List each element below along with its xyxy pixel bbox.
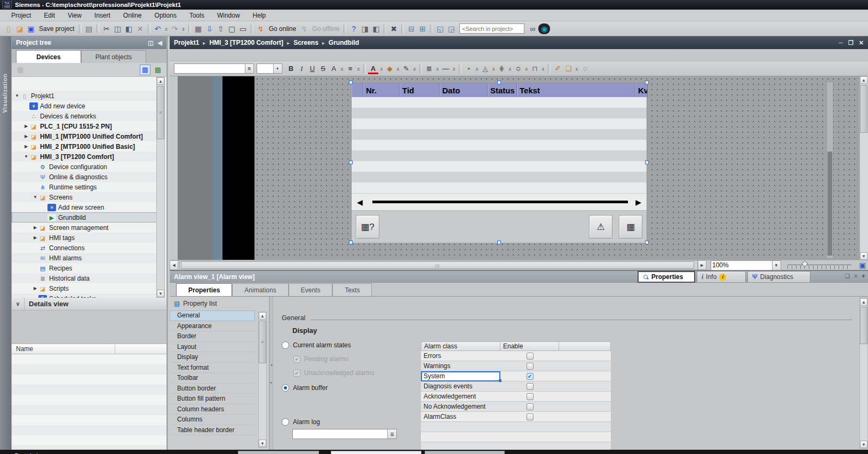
strikethrough-icon[interactable]: S: [318, 63, 328, 74]
tree-item[interactable]: ▼ ▯ Projekt1: [12, 91, 158, 101]
alarm-class-row[interactable]: [421, 422, 611, 432]
expander-icon[interactable]: ▶: [23, 124, 29, 129]
close-editor-button[interactable]: ✕: [859, 39, 864, 46]
tree-item[interactable]: ≣ Historical data: [12, 273, 158, 283]
unacknowledged-alarms-checkbox[interactable]: [293, 370, 300, 377]
breadcrumb-item[interactable]: HMI_3 [TP1200 Comfort]: [199, 39, 283, 46]
download-to-device-icon[interactable]: ⇩: [204, 23, 215, 34]
alarm-class-name[interactable]: Diagnosis events: [421, 381, 500, 392]
search-input[interactable]: [459, 23, 524, 34]
expander-icon[interactable]: ▶: [32, 225, 38, 230]
pin-panel-icon[interactable]: ◫: [148, 39, 153, 46]
tab-info[interactable]: i Info i: [697, 271, 746, 283]
property-list-scrollbar[interactable]: ▲ ≡ ▼: [258, 312, 267, 448]
line-style-icon[interactable]: ≣: [424, 63, 434, 74]
tab-texts[interactable]: Texts: [332, 283, 372, 296]
scroll-down-icon[interactable]: ▼: [860, 252, 867, 260]
tab-properties[interactable]: Properties: [176, 283, 232, 296]
scroll-left-icon[interactable]: ◀: [357, 198, 363, 206]
sort-icon[interactable]: ▦: [15, 65, 26, 75]
enable-checkbox[interactable]: [527, 353, 533, 360]
alarm-log-field[interactable]: ≣: [292, 429, 397, 439]
acknowledge-alarm-button[interactable]: ⚠: [589, 215, 612, 238]
tree-item[interactable]: ▶ ◪ PLC_1 [CPU 1515-2 PN]: [12, 121, 158, 131]
alarm-class-row[interactable]: System: [421, 371, 611, 381]
alarm-class-row[interactable]: Errors: [421, 351, 611, 361]
enable-checkbox[interactable]: [527, 383, 533, 390]
alarm-log-input[interactable]: [293, 429, 387, 439]
alarm-buffer-radio[interactable]: [282, 384, 289, 392]
delete-icon[interactable]: ✕: [135, 23, 146, 34]
print-icon[interactable]: ▤: [84, 23, 94, 34]
breadcrumb-item[interactable]: Projekt1: [174, 39, 199, 46]
chevron-down-icon[interactable]: ▾: [273, 64, 281, 73]
scroll-up-icon[interactable]: ▲: [860, 76, 867, 84]
menu-view[interactable]: View: [62, 11, 87, 20]
stop-sim-window-icon[interactable]: ◧: [371, 23, 381, 34]
scroll-right-icon[interactable]: ▶: [635, 198, 641, 206]
scroll-down-icon[interactable]: ▼: [157, 290, 164, 297]
property-list-item[interactable]: Button fill pattern: [170, 394, 255, 404]
breadcrumb-item[interactable]: Screens: [283, 39, 318, 46]
alarm-class-row[interactable]: Warnings: [421, 361, 611, 371]
selection-handle[interactable]: [497, 241, 501, 244]
tree-item[interactable]: ✶ Add new screen: [12, 202, 158, 212]
property-list-item[interactable]: Layout: [170, 342, 255, 353]
enable-checkbox[interactable]: [527, 363, 533, 370]
alarm-class-name[interactable]: [421, 442, 500, 450]
alarm-class-name[interactable]: Errors: [421, 351, 500, 361]
tree-item[interactable]: Ψ Online & diagnostics: [12, 172, 158, 182]
pen-color-dropdown-icon[interactable]: ±: [412, 63, 417, 74]
pen-color-icon[interactable]: ✎: [401, 63, 411, 74]
line-style-dropdown-icon[interactable]: ±: [435, 63, 440, 74]
tree-item[interactable]: ⚙ Device configuration: [12, 162, 158, 172]
screen-canvas[interactable]: Nr.TidDatoStatusTekstKvitt ◀ ▶ ▦?⚠▦: [170, 76, 868, 260]
undo-icon[interactable]: ↶: [153, 23, 163, 34]
scroll-up-icon[interactable]: ▲: [860, 298, 867, 306]
property-list-item[interactable]: General: [170, 310, 255, 321]
layer-icon[interactable]: ❏: [563, 63, 574, 74]
panel-splitter[interactable]: ◂▸: [269, 297, 273, 450]
float-panel-icon[interactable]: ❏: [845, 273, 850, 280]
selection-handle[interactable]: [349, 81, 353, 84]
open-project-icon[interactable]: ◪: [14, 23, 25, 34]
collapse-panel-icon[interactable]: ▾: [862, 273, 865, 280]
tree-item[interactable]: ⇄ Connections: [12, 243, 158, 253]
tree-item[interactable]: ▼ ◪ HMI_3 [TP1200 Comfort]: [12, 152, 158, 162]
alarm-class-row[interactable]: AlarmClass: [421, 412, 611, 422]
compile-icon[interactable]: ▦: [193, 23, 204, 34]
split-editor-horizontal-icon[interactable]: ⊟: [406, 23, 417, 34]
menu-window[interactable]: Window: [211, 11, 246, 20]
selection-handle[interactable]: [497, 81, 501, 84]
underline-icon[interactable]: U: [307, 63, 317, 74]
selection-handle[interactable]: [349, 161, 353, 164]
fit-to-window-icon[interactable]: ▣: [859, 261, 866, 269]
cross-references-icon[interactable]: ✖: [388, 23, 399, 34]
taskbar-tab-grundbild[interactable]: ▣ Grundbild: [331, 451, 421, 454]
tab-devices[interactable]: Devices: [16, 50, 81, 63]
collapse-panel-icon[interactable]: ◀: [158, 39, 162, 46]
scroll-left-icon[interactable]: ◄: [170, 260, 178, 270]
selection-handle[interactable]: [645, 241, 649, 244]
font-family-combo[interactable]: ≣: [174, 63, 254, 74]
object-color-icon[interactable]: ▪: [464, 63, 474, 74]
property-list-item[interactable]: Table header border: [170, 425, 255, 436]
selection-handle[interactable]: [645, 161, 649, 164]
alarm-class-name[interactable]: System: [421, 371, 500, 381]
selection-handle[interactable]: [645, 81, 649, 84]
alarm-class-row[interactable]: Acknowledgement: [421, 392, 611, 402]
paste-icon[interactable]: ◧: [124, 23, 134, 34]
menu-edit[interactable]: Edit: [38, 11, 61, 20]
scroll-thumb[interactable]: [827, 152, 832, 256]
bold-icon[interactable]: B: [286, 63, 296, 74]
tab-events[interactable]: Events: [289, 283, 333, 296]
data-view-icon[interactable]: ▩: [153, 65, 163, 75]
fill-color-dropdown-icon[interactable]: ±: [395, 63, 401, 74]
current-alarm-states-radio[interactable]: [282, 341, 289, 349]
scroll-thumb[interactable]: |||: [181, 261, 694, 269]
same-size-dropdown-icon[interactable]: ±: [540, 63, 546, 74]
scroll-up-icon[interactable]: ▲: [157, 77, 164, 85]
menu-tools[interactable]: Tools: [184, 11, 210, 20]
browse-icon[interactable]: ≣: [387, 429, 396, 439]
menu-online[interactable]: Online: [117, 11, 148, 20]
